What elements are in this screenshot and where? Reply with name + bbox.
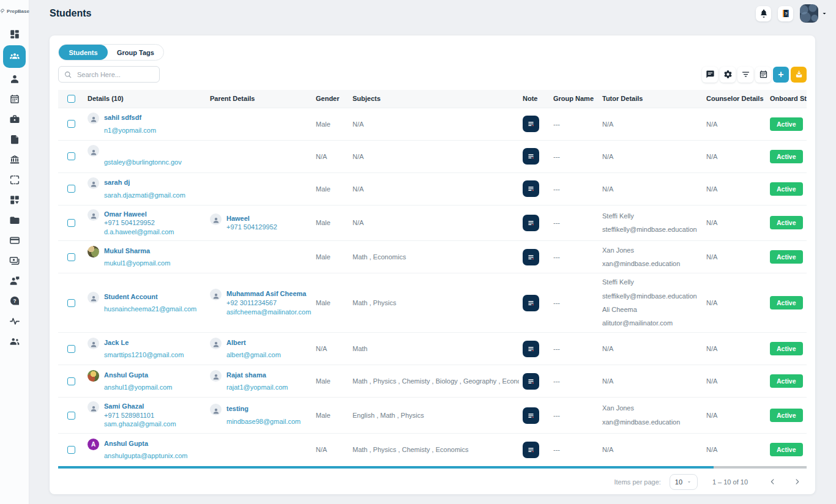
student-name[interactable]: Sami Ghazal	[104, 402, 176, 410]
sidebar-item-referrals[interactable]	[0, 331, 29, 351]
sidebar-item-library[interactable]	[0, 129, 29, 149]
row-checkbox[interactable]	[67, 152, 75, 160]
subjects-cell: N/A	[349, 108, 519, 140]
tab-students[interactable]: Students	[59, 45, 108, 60]
parent-details-cell: Rajat shama rajat1@yopmail.com	[206, 365, 312, 398]
note-button[interactable]	[523, 407, 539, 424]
status-cell: Active	[766, 241, 807, 273]
student-name[interactable]: Anshul Gupta	[104, 371, 172, 379]
row-checkbox[interactable]	[67, 185, 75, 193]
add-button[interactable]: +	[773, 67, 789, 83]
settings-button[interactable]	[720, 67, 736, 83]
status-badge: Active	[770, 342, 803, 355]
student-name[interactable]: Jack Le	[104, 339, 184, 347]
parent-details-cell: Albert albert@gmail.com	[206, 333, 312, 365]
search-icon	[64, 70, 72, 79]
row-checkbox[interactable]	[67, 377, 75, 385]
details-cell: Sami Ghazal +971 528981101 sam.ghazal@gm…	[84, 398, 206, 434]
row-checkbox[interactable]	[67, 345, 75, 353]
note-button[interactable]	[523, 295, 539, 311]
row-checkbox[interactable]	[67, 219, 75, 227]
student-name[interactable]: Anshul Gupta	[104, 440, 188, 448]
student-name[interactable]: Mukul Sharma	[104, 247, 170, 255]
sidebar-item-students[interactable]	[0, 44, 29, 69]
tutor-details-cell: Xan Jonesxan@mindbase.education	[599, 241, 703, 273]
row-checkbox[interactable]	[67, 412, 75, 420]
search-input[interactable]	[76, 70, 154, 79]
student-name[interactable]: Student Account	[104, 293, 196, 301]
tab-group-tags[interactable]: Group Tags	[108, 45, 163, 60]
student-phone: +971 528981101	[104, 412, 176, 420]
tutor-list: Xan Jonesxan@mindbase.education	[602, 246, 698, 268]
subjects-cell: Math , Physics , Chemisty , Biology , Ge…	[349, 365, 519, 398]
sidebar-item-widgets[interactable]	[0, 190, 29, 210]
details-cell: sahil sdfsdf n1@yopmail.com	[84, 108, 206, 140]
notes-button[interactable]	[702, 67, 718, 83]
student-email: smarttips1210@gmail.com	[104, 351, 184, 359]
help-button[interactable]: ?	[778, 6, 793, 21]
export-button[interactable]	[791, 67, 807, 83]
filter-button[interactable]	[737, 67, 753, 83]
student-name[interactable]	[104, 146, 182, 154]
student-info: Jack Le smarttips1210@gmail.com	[88, 339, 201, 359]
sidebar-item-sessions[interactable]	[0, 169, 29, 190]
status-badge: Active	[770, 374, 803, 388]
table-row: Student Account husnaincheema21@gmail.co…	[58, 273, 807, 333]
brand-name: PrepBase	[7, 9, 29, 14]
sidebar-item-payroll[interactable]	[0, 250, 29, 270]
group-name-cell: ---	[550, 434, 599, 466]
row-checkbox[interactable]	[67, 299, 75, 307]
status-cell: Active	[766, 398, 807, 434]
tutor-email: steffikelly@mindbase.education	[602, 226, 698, 234]
scrollbar-thumb[interactable]	[58, 466, 714, 469]
parent-email: albert@gmail.com	[226, 351, 281, 359]
note-button[interactable]	[523, 116, 539, 132]
sidebar-item-enquiry[interactable]	[0, 270, 29, 291]
avatar[interactable]	[800, 4, 818, 23]
sidebar-item-dashboard[interactable]	[0, 24, 29, 44]
row-checkbox[interactable]	[67, 446, 75, 454]
gender-cell: Male	[312, 398, 349, 434]
tutor-name: Xan Jones	[602, 404, 698, 412]
sidebar-item-support[interactable]: ?	[0, 291, 29, 311]
sidebar-item-tutors[interactable]	[0, 69, 29, 89]
filter-icon	[741, 70, 750, 79]
prev-page-button[interactable]	[765, 475, 780, 489]
note-button[interactable]	[523, 249, 539, 265]
note-button[interactable]	[523, 215, 539, 231]
user-menu[interactable]	[800, 4, 828, 23]
note-button[interactable]	[523, 341, 539, 357]
details-cell: sarah dj sarah.djazmati@gmail.com	[84, 172, 206, 205]
brand-logo-icon	[0, 8, 6, 14]
status-badge: Active	[770, 117, 803, 131]
student-name[interactable]: sahil sdfsdf	[104, 114, 156, 122]
row-checkbox[interactable]	[67, 120, 75, 128]
sidebar-item-jobs[interactable]	[0, 109, 29, 129]
sidebar-item-payments[interactable]	[0, 230, 29, 250]
note-cell	[519, 333, 550, 365]
select-all-checkbox[interactable]	[67, 95, 75, 103]
row-checkbox[interactable]	[67, 253, 75, 261]
counselor-cell: N/A	[703, 365, 766, 398]
page-size-select[interactable]: 10	[670, 474, 698, 490]
gender-cell: Male	[312, 241, 349, 273]
note-button[interactable]	[523, 180, 539, 197]
controls-row: +	[58, 66, 807, 83]
notifications-button[interactable]	[756, 6, 771, 21]
parent-email: mindbase98@gmail.com	[226, 418, 300, 426]
calendar-button[interactable]	[755, 67, 771, 83]
parent-details-cell	[206, 434, 312, 466]
student-info: sarah dj sarah.djazmati@gmail.com	[88, 179, 201, 199]
add-label: +	[778, 70, 783, 80]
student-name[interactable]: sarah dj	[104, 179, 185, 187]
sidebar-item-institution[interactable]	[0, 149, 29, 169]
note-button[interactable]	[523, 442, 539, 458]
sidebar-item-activity[interactable]	[0, 311, 29, 331]
sidebar-item-files[interactable]	[0, 210, 29, 230]
sidebar-item-calendar[interactable]	[0, 89, 29, 109]
default-avatar	[88, 401, 99, 413]
note-button[interactable]	[523, 373, 539, 390]
next-page-button[interactable]	[789, 475, 804, 489]
note-button[interactable]	[523, 148, 539, 165]
student-name[interactable]: Omar Haweel	[104, 210, 174, 218]
